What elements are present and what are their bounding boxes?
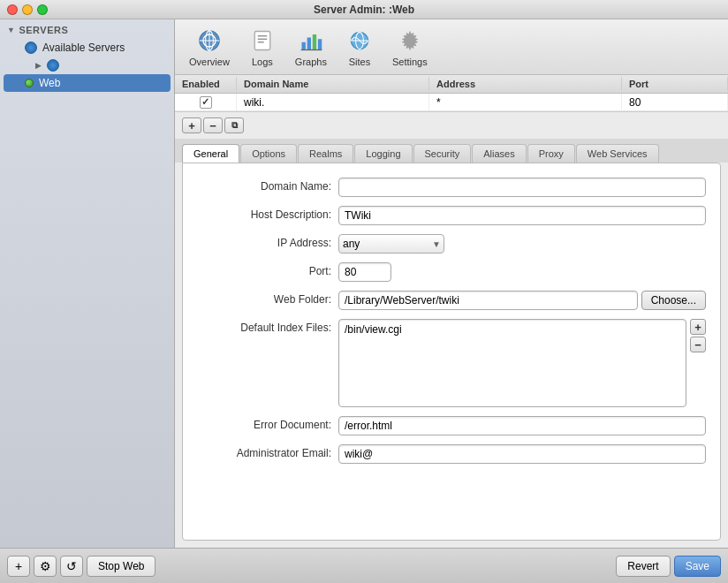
available-servers-label: Available Servers — [42, 42, 125, 54]
close-button[interactable] — [7, 4, 18, 15]
sidebar: ▼ SERVERS Available Servers ▶ Web — [0, 19, 175, 548]
green-dot-icon — [25, 79, 34, 87]
sidebar-item-globe-expand[interactable]: ▶ — [0, 57, 174, 74]
host-description-row: Host Description: — [183, 206, 720, 225]
form-panel: Domain Name: Host Description: IP Addres… — [182, 163, 721, 541]
toolbar-settings-button[interactable]: Settings — [385, 23, 435, 71]
host-description-input[interactable] — [338, 206, 706, 225]
col-enabled: Enabled — [175, 77, 237, 91]
logs-label: Logs — [252, 57, 273, 67]
svg-rect-9 — [301, 42, 305, 50]
add-server-button[interactable]: + — [7, 556, 30, 577]
error-document-label: Error Document: — [197, 416, 338, 431]
toolbar-overview-button[interactable]: Overview — [182, 23, 237, 71]
toolbar: Overview Logs — [175, 19, 728, 75]
tab-options[interactable]: Options — [240, 144, 297, 163]
domain-cell: wiki. — [237, 94, 429, 110]
list-controls: + − — [690, 319, 706, 352]
window-controls[interactable] — [7, 4, 48, 15]
error-document-row: Error Document: — [183, 416, 720, 435]
sidebar-section-header: ▼ SERVERS — [0, 19, 174, 39]
revert-button[interactable]: Revert — [616, 556, 670, 577]
col-domain: Domain Name — [237, 77, 429, 91]
default-index-row: Default Index Files: /bin/view.cgi + − — [183, 319, 720, 407]
remove-index-button[interactable]: − — [690, 337, 706, 352]
svg-rect-10 — [307, 38, 311, 50]
content-area: Overview Logs — [175, 19, 728, 548]
settings-icon — [396, 26, 424, 55]
port-input[interactable] — [338, 262, 391, 282]
sites-table: Enabled Domain Name Address Port wiki. *… — [175, 75, 728, 112]
maximize-button[interactable] — [37, 4, 48, 15]
default-index-label: Default Index Files: — [197, 319, 338, 334]
globe-icon — [25, 42, 37, 54]
address-cell: * — [429, 94, 622, 110]
enabled-checkbox[interactable] — [200, 96, 212, 109]
col-port: Port — [622, 77, 728, 91]
enabled-cell[interactable] — [175, 94, 237, 110]
tab-proxy[interactable]: Proxy — [527, 144, 575, 163]
tab-logging[interactable]: Logging — [354, 144, 412, 163]
svg-rect-11 — [313, 34, 316, 50]
add-index-button[interactable]: + — [690, 319, 706, 335]
port-cell: 80 — [622, 94, 728, 110]
tab-realms[interactable]: Realms — [298, 144, 353, 163]
duplicate-site-button[interactable]: ⧉ — [224, 117, 244, 133]
bottom-bar: + ⚙ ↺ Stop Web Revert Save — [0, 548, 728, 583]
error-document-input[interactable] — [338, 416, 706, 435]
ip-address-row: IP Address: any 127.0.0.1 0.0.0.0 ▼ — [183, 234, 720, 254]
window-title: Server Admin: :Web — [314, 4, 414, 16]
web-folder-label: Web Folder: — [197, 291, 338, 306]
admin-email-input[interactable] — [338, 444, 706, 464]
ip-select-wrapper: any 127.0.0.1 0.0.0.0 ▼ — [338, 234, 444, 254]
toolbar-logs-button[interactable]: Logs — [240, 23, 284, 71]
table-row[interactable]: wiki. * 80 — [175, 94, 728, 111]
table-header: Enabled Domain Name Address Port — [175, 75, 728, 94]
tab-general[interactable]: General — [182, 144, 239, 163]
ip-address-select[interactable]: any 127.0.0.1 0.0.0.0 — [338, 234, 444, 254]
main-layout: ▼ SERVERS Available Servers ▶ Web — [0, 19, 728, 548]
tab-web-services[interactable]: Web Services — [576, 144, 659, 163]
remove-site-button[interactable]: − — [203, 117, 223, 133]
web-item-label: Web — [39, 77, 60, 89]
domain-name-label: Domain Name: — [197, 178, 338, 193]
titlebar: Server Admin: :Web — [0, 0, 728, 19]
toolbar-graphs-button[interactable]: Graphs — [288, 23, 334, 71]
port-label: Port: — [197, 262, 338, 277]
server-globe-icon — [47, 59, 59, 72]
svg-rect-5 — [254, 32, 270, 50]
stop-web-button[interactable]: Stop Web — [87, 556, 155, 577]
triangle-icon: ▼ — [7, 26, 15, 34]
graphs-icon — [297, 26, 325, 55]
chevron-icon: ▶ — [35, 61, 42, 70]
ip-address-label: IP Address: — [197, 234, 338, 249]
choose-button[interactable]: Choose... — [641, 291, 706, 310]
table-controls: + − ⧉ — [175, 112, 728, 139]
web-folder-container: Choose... — [338, 291, 706, 310]
logs-icon — [248, 26, 277, 55]
port-row: Port: — [183, 262, 720, 282]
domain-name-input[interactable] — [338, 178, 706, 197]
svg-rect-12 — [318, 39, 322, 49]
tab-security[interactable]: Security — [413, 144, 472, 163]
tab-bar: General Options Realms Logging Security … — [175, 139, 728, 163]
refresh-button[interactable]: ↺ — [60, 556, 83, 577]
host-description-label: Host Description: — [197, 206, 338, 221]
index-files-area: /bin/view.cgi + − — [338, 319, 706, 407]
sidebar-item-web[interactable]: Web — [4, 74, 171, 92]
minimize-button[interactable] — [22, 4, 33, 15]
sidebar-item-available-servers[interactable]: Available Servers — [0, 39, 174, 57]
web-folder-row: Web Folder: Choose... — [183, 291, 720, 310]
domain-name-row: Domain Name: — [183, 178, 720, 197]
add-site-button[interactable]: + — [182, 117, 201, 133]
admin-email-label: Administrator Email: — [197, 444, 338, 459]
toolbar-sites-button[interactable]: Sites — [337, 23, 382, 71]
save-button[interactable]: Save — [674, 556, 721, 577]
servers-label: SERVERS — [19, 25, 68, 35]
server-settings-button[interactable]: ⚙ — [34, 556, 57, 577]
tab-aliases[interactable]: Aliases — [472, 144, 526, 163]
overview-label: Overview — [189, 57, 230, 67]
web-folder-input[interactable] — [338, 291, 638, 310]
settings-label: Settings — [392, 57, 428, 67]
index-files-textarea[interactable]: /bin/view.cgi — [338, 319, 686, 407]
